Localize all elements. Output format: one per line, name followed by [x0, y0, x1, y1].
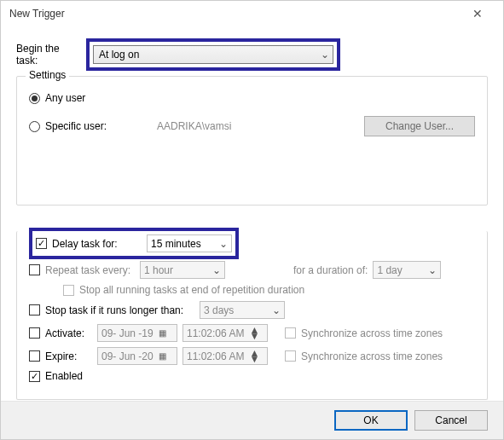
activate-time-input[interactable]: 11:02:06 AM ▲▼	[182, 324, 268, 342]
new-trigger-dialog: New Trigger ✕ Begin the task: At log on …	[0, 0, 504, 440]
delay-task-select[interactable]: 15 minutes ⌄	[147, 234, 232, 252]
activate-label: Activate:	[45, 327, 84, 339]
activate-time-value: 11:02:06 AM	[187, 327, 244, 339]
chevron-down-icon: ⌄	[272, 304, 281, 316]
begin-task-highlight: At log on ⌄	[86, 38, 340, 71]
repeat-task-label: Repeat task every:	[45, 264, 130, 276]
advanced-group: ✓ Delay task for: 15 minutes ⌄ Repeat ta…	[16, 231, 488, 400]
expire-date-value: 09- Jun -20	[101, 350, 154, 362]
cancel-button[interactable]: Cancel	[414, 410, 488, 431]
radio-icon	[29, 121, 40, 132]
chevron-down-icon: ⌄	[212, 264, 221, 276]
activate-date-value: 09- Jun -19	[101, 327, 154, 339]
expire-time-input[interactable]: 11:02:06 AM ▲▼	[182, 347, 268, 365]
close-icon[interactable]: ✕	[461, 7, 495, 20]
checkbox-icon	[29, 350, 40, 362]
chevron-down-icon: ⌄	[321, 49, 329, 61]
stop-if-checkbox[interactable]: Stop task if it runs longer than:	[29, 304, 200, 316]
enabled-checkbox[interactable]: ✓ Enabled	[29, 370, 83, 382]
checkbox-icon	[29, 264, 40, 275]
expire-label: Expire:	[45, 350, 77, 362]
repeat-task-value: 1 hour	[144, 264, 207, 276]
specific-user-radio[interactable]: Specific user:	[29, 120, 157, 132]
begin-task-label: Begin the task:	[16, 43, 83, 67]
delay-task-label: Delay task for:	[52, 238, 118, 250]
any-user-radio[interactable]: Any user	[29, 92, 85, 104]
titlebar: New Trigger ✕	[1, 1, 503, 26]
change-user-button[interactable]: Change User...	[364, 116, 475, 136]
any-user-label: Any user	[45, 92, 85, 104]
checkbox-icon	[285, 350, 296, 362]
activate-sync-checkbox[interactable]: Synchronize across time zones	[285, 327, 443, 339]
begin-task-value: At log on	[99, 49, 316, 61]
radio-icon	[29, 93, 40, 104]
spinner-icon: ▲▼	[249, 327, 259, 339]
stop-if-select[interactable]: 3 days ⌄	[200, 301, 285, 319]
delay-task-value: 15 minutes	[151, 238, 214, 250]
expire-sync-checkbox[interactable]: Synchronize across time zones	[285, 350, 443, 362]
expire-date-input[interactable]: 09- Jun -20 ▦	[97, 347, 177, 365]
stop-repetition-checkbox[interactable]: Stop all running tasks at end of repetit…	[63, 284, 304, 296]
stop-if-label: Stop task if it runs longer than:	[45, 304, 183, 316]
checkbox-icon	[63, 285, 74, 296]
expire-sync-label: Synchronize across time zones	[301, 350, 443, 362]
delay-highlight: ✓ Delay task for: 15 minutes ⌄	[29, 228, 239, 259]
stop-repetition-label: Stop all running tasks at end of repetit…	[79, 284, 304, 296]
specific-user-value: AADRIKA\vamsi	[157, 120, 327, 132]
expire-checkbox[interactable]: Expire:	[29, 350, 97, 362]
dialog-footer: OK Cancel	[1, 401, 503, 439]
checkbox-icon: ✓	[29, 371, 40, 382]
checkbox-icon	[285, 327, 296, 339]
enabled-label: Enabled	[45, 370, 83, 382]
activate-date-input[interactable]: 09- Jun -19 ▦	[97, 324, 177, 342]
specific-user-label: Specific user:	[45, 120, 107, 132]
duration-value: 1 day	[377, 264, 423, 276]
checkbox-icon: ✓	[36, 238, 47, 249]
window-title: New Trigger	[9, 8, 461, 20]
repeat-task-select[interactable]: 1 hour ⌄	[140, 261, 225, 279]
calendar-icon: ▦	[159, 351, 166, 361]
spinner-icon: ▲▼	[249, 350, 259, 362]
settings-group: Settings Any user Specific user: AADRIKA…	[16, 76, 488, 206]
begin-task-select[interactable]: At log on ⌄	[93, 45, 333, 64]
delay-task-checkbox[interactable]: ✓ Delay task for:	[36, 238, 147, 250]
calendar-icon: ▦	[159, 328, 166, 338]
duration-select[interactable]: 1 day ⌄	[373, 261, 441, 279]
chevron-down-icon: ⌄	[219, 238, 228, 250]
duration-label: for a duration of:	[293, 264, 368, 276]
activate-sync-label: Synchronize across time zones	[301, 327, 443, 339]
checkbox-icon	[29, 304, 40, 316]
checkbox-icon	[29, 327, 40, 339]
activate-checkbox[interactable]: Activate:	[29, 327, 97, 339]
chevron-down-icon: ⌄	[428, 264, 437, 276]
ok-button[interactable]: OK	[334, 410, 408, 431]
repeat-task-checkbox[interactable]: Repeat task every:	[29, 264, 140, 276]
expire-time-value: 11:02:06 AM	[187, 350, 244, 362]
settings-legend: Settings	[26, 69, 69, 81]
stop-if-value: 3 days	[204, 304, 267, 316]
